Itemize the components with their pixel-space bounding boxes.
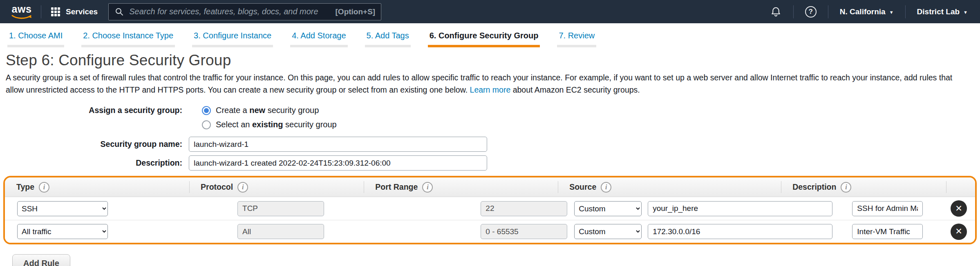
radio-select-existing-security-group[interactable]: Select an existing security group — [202, 120, 337, 129]
security-rules-table-highlight: Type i Protocol i Port Range i Source i … — [3, 176, 977, 244]
tab-configure-security-group[interactable]: 6. Configure Security Group — [428, 29, 540, 47]
bell-icon — [770, 6, 782, 18]
rule-row-all-traffic: All traffic Custom ✕ — [5, 220, 975, 243]
column-header-protocol: Protocol i — [189, 177, 364, 197]
radio-button-unselected[interactable] — [202, 120, 211, 129]
rule-source-mode-select[interactable]: Custom — [574, 224, 642, 239]
radio-create-new-security-group[interactable]: Create a new security group — [202, 106, 319, 115]
tab-add-tags[interactable]: 5. Add Tags — [365, 29, 411, 47]
rule-description-input[interactable] — [852, 201, 923, 216]
security-group-form: Assign a security group: Create a new se… — [0, 106, 980, 171]
column-header-description: Description i — [781, 177, 946, 197]
top-navbar: aws Services [Option+S] ? — [0, 0, 980, 23]
account-menu[interactable]: District Lab ▼ — [915, 7, 970, 16]
tab-configure-instance[interactable]: 3. Configure Instance — [192, 29, 273, 47]
security-group-name-label: Security group name: — [0, 140, 189, 149]
info-icon[interactable]: i — [841, 182, 851, 193]
search-shortcut-hint: [Option+S] — [336, 7, 376, 16]
notifications-button[interactable] — [767, 6, 784, 18]
tab-choose-ami[interactable]: 1. Choose AMI — [7, 29, 64, 47]
rule-source-input[interactable] — [648, 201, 832, 216]
rule-description-input[interactable] — [852, 224, 923, 239]
info-icon[interactable]: i — [422, 182, 433, 193]
rule-protocol-readonly — [237, 224, 324, 239]
rules-table-header: Type i Protocol i Port Range i Source i … — [5, 177, 975, 197]
region-selector[interactable]: N. California ▼ — [837, 7, 896, 16]
learn-more-link[interactable]: Learn more — [470, 85, 511, 94]
info-icon[interactable]: i — [237, 182, 248, 193]
grid-icon — [50, 7, 61, 17]
navbar-divider — [41, 5, 41, 18]
assign-security-group-label: Assign a security group: — [0, 106, 189, 115]
column-header-type: Type i — [5, 177, 189, 197]
rule-row-ssh: SSH Custom ✕ — [5, 197, 975, 220]
rule-port-range-readonly — [481, 224, 567, 239]
radio-button-selected[interactable] — [202, 106, 211, 115]
page-intro-text: A security group is a set of firewall ru… — [6, 71, 972, 96]
security-group-description-label: Description: — [0, 158, 189, 168]
rule-source-input[interactable] — [648, 224, 832, 239]
rule-source-mode-select[interactable]: Custom — [574, 201, 642, 216]
help-button[interactable]: ? — [803, 6, 819, 18]
page-title: Step 6: Configure Security Group — [6, 52, 980, 69]
global-search-box[interactable]: [Option+S] — [108, 3, 381, 20]
delete-rule-button[interactable]: ✕ — [951, 200, 967, 217]
aws-smile-icon — [11, 15, 32, 20]
column-header-source: Source i — [558, 177, 781, 197]
aws-logo[interactable]: aws — [11, 4, 32, 20]
column-header-port-range: Port Range i — [364, 177, 558, 197]
tab-review[interactable]: 7. Review — [557, 29, 596, 47]
close-icon: ✕ — [955, 204, 962, 213]
security-group-name-input[interactable] — [189, 137, 487, 152]
rule-type-select[interactable]: SSH — [17, 201, 108, 216]
navbar-divider — [828, 5, 828, 18]
intro-text-after-link: about Amazon EC2 security groups. — [510, 85, 640, 94]
question-mark-icon: ? — [805, 6, 817, 18]
services-menu-button[interactable]: Services — [50, 7, 98, 17]
services-label: Services — [66, 7, 98, 16]
navbar-divider — [793, 5, 794, 18]
rule-protocol-readonly — [237, 201, 324, 216]
tab-add-storage[interactable]: 4. Add Storage — [290, 29, 347, 47]
info-icon[interactable]: i — [601, 182, 611, 193]
search-input[interactable] — [128, 7, 331, 17]
navbar-right-group: ? N. California ▼ District Lab ▼ — [767, 5, 970, 18]
add-rule-button[interactable]: Add Rule — [12, 254, 70, 266]
delete-rule-button[interactable]: ✕ — [951, 224, 967, 240]
info-icon[interactable]: i — [39, 182, 49, 193]
navbar-divider — [905, 5, 906, 18]
tab-choose-instance-type[interactable]: 2. Choose Instance Type — [81, 29, 175, 47]
column-header-actions — [946, 177, 975, 197]
search-icon — [114, 7, 124, 17]
security-group-description-input[interactable] — [189, 155, 487, 171]
chevron-down-icon: ▼ — [889, 10, 894, 15]
rule-type-select[interactable]: All traffic — [17, 224, 108, 239]
close-icon: ✕ — [955, 227, 962, 236]
wizard-step-tabs: 1. Choose AMI 2. Choose Instance Type 3.… — [0, 23, 980, 47]
region-label: N. California — [840, 7, 886, 16]
account-label: District Lab — [917, 7, 960, 16]
chevron-down-icon: ▼ — [963, 10, 968, 15]
rule-port-range-readonly — [481, 201, 567, 216]
aws-logo-text: aws — [12, 4, 32, 14]
